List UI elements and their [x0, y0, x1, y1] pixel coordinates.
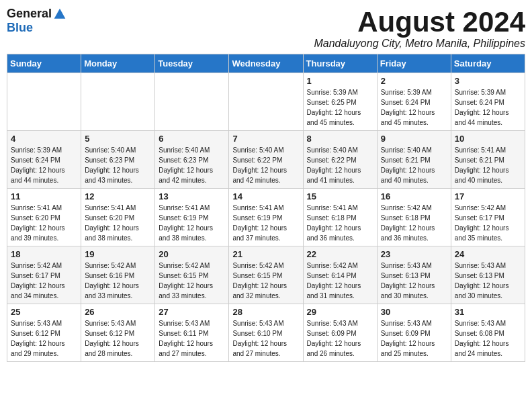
day-info: Sunrise: 5:39 AMSunset: 6:24 PMDaylight:…: [381, 87, 447, 128]
day-cell: 20Sunrise: 5:42 AMSunset: 6:15 PMDayligh…: [155, 246, 229, 304]
day-cell: 8Sunrise: 5:40 AMSunset: 6:22 PMDaylight…: [303, 131, 377, 189]
logo-icon: [53, 7, 66, 21]
svg-marker-0: [54, 8, 66, 18]
day-number: 14: [232, 191, 299, 201]
day-number: 16: [381, 191, 447, 201]
day-number: 21: [232, 249, 299, 259]
day-cell: 28Sunrise: 5:43 AMSunset: 6:10 PMDayligh…: [229, 304, 303, 362]
day-number: 8: [307, 134, 373, 144]
day-number: 18: [11, 249, 77, 259]
day-number: 17: [455, 191, 521, 201]
day-header-thursday: Thursday: [303, 54, 377, 73]
day-cell: 18Sunrise: 5:42 AMSunset: 6:17 PMDayligh…: [7, 246, 81, 304]
day-cell: 23Sunrise: 5:43 AMSunset: 6:13 PMDayligh…: [377, 246, 451, 304]
day-info: Sunrise: 5:41 AMSunset: 6:20 PMDaylight:…: [85, 203, 151, 243]
week-row-3: 18Sunrise: 5:42 AMSunset: 6:17 PMDayligh…: [7, 246, 525, 304]
day-info: Sunrise: 5:43 AMSunset: 6:09 PMDaylight:…: [307, 318, 373, 359]
day-info: Sunrise: 5:42 AMSunset: 6:17 PMDaylight:…: [11, 261, 77, 301]
day-cell: 12Sunrise: 5:41 AMSunset: 6:20 PMDayligh…: [81, 189, 155, 246]
day-cell: 3Sunrise: 5:39 AMSunset: 6:24 PMDaylight…: [451, 73, 525, 131]
day-cell: 22Sunrise: 5:42 AMSunset: 6:14 PMDayligh…: [303, 246, 377, 304]
day-cell: 14Sunrise: 5:41 AMSunset: 6:19 PMDayligh…: [229, 189, 303, 246]
day-info: Sunrise: 5:39 AMSunset: 6:24 PMDaylight:…: [11, 145, 77, 185]
day-number: 23: [381, 249, 447, 259]
day-header-friday: Friday: [377, 54, 451, 73]
day-cell: 29Sunrise: 5:43 AMSunset: 6:09 PMDayligh…: [303, 304, 377, 362]
day-info: Sunrise: 5:42 AMSunset: 6:16 PMDaylight:…: [85, 261, 151, 301]
day-number: 1: [307, 76, 373, 86]
day-cell: 24Sunrise: 5:43 AMSunset: 6:13 PMDayligh…: [451, 246, 525, 304]
logo-blue: Blue: [7, 21, 33, 35]
day-info: Sunrise: 5:40 AMSunset: 6:23 PMDaylight:…: [159, 145, 225, 185]
day-info: Sunrise: 5:41 AMSunset: 6:18 PMDaylight:…: [307, 203, 373, 243]
day-info: Sunrise: 5:43 AMSunset: 6:08 PMDaylight:…: [455, 318, 521, 359]
day-info: Sunrise: 5:42 AMSunset: 6:15 PMDaylight:…: [232, 261, 299, 301]
day-number: 19: [85, 249, 151, 259]
day-number: 9: [381, 134, 447, 144]
day-number: 27: [159, 307, 225, 317]
day-cell: 31Sunrise: 5:43 AMSunset: 6:08 PMDayligh…: [451, 304, 525, 362]
day-cell: 25Sunrise: 5:43 AMSunset: 6:12 PMDayligh…: [7, 304, 81, 362]
day-number: 6: [159, 134, 225, 144]
day-number: 25: [11, 307, 77, 317]
day-cell: 7Sunrise: 5:40 AMSunset: 6:22 PMDaylight…: [229, 131, 303, 189]
day-info: Sunrise: 5:43 AMSunset: 6:13 PMDaylight:…: [381, 261, 447, 301]
day-cell: 27Sunrise: 5:43 AMSunset: 6:11 PMDayligh…: [155, 304, 229, 362]
day-info: Sunrise: 5:43 AMSunset: 6:11 PMDaylight:…: [159, 318, 225, 359]
header: General Blue August 2024 Mandaluyong Cit…: [7, 7, 525, 50]
day-number: 20: [159, 249, 225, 259]
day-cell: [229, 73, 303, 131]
title-section: August 2024 Mandaluyong City, Metro Mani…: [314, 7, 525, 50]
day-info: Sunrise: 5:43 AMSunset: 6:10 PMDaylight:…: [232, 318, 299, 359]
day-cell: [7, 73, 81, 131]
day-cell: 13Sunrise: 5:41 AMSunset: 6:19 PMDayligh…: [155, 189, 229, 246]
day-info: Sunrise: 5:39 AMSunset: 6:25 PMDaylight:…: [307, 87, 373, 128]
day-info: Sunrise: 5:42 AMSunset: 6:18 PMDaylight:…: [381, 203, 447, 243]
day-info: Sunrise: 5:41 AMSunset: 6:19 PMDaylight:…: [232, 203, 299, 243]
day-cell: 6Sunrise: 5:40 AMSunset: 6:23 PMDaylight…: [155, 131, 229, 189]
day-number: 12: [85, 191, 151, 201]
day-info: Sunrise: 5:41 AMSunset: 6:21 PMDaylight:…: [455, 145, 521, 185]
day-number: 13: [159, 191, 225, 201]
day-cell: 2Sunrise: 5:39 AMSunset: 6:24 PMDaylight…: [377, 73, 451, 131]
day-number: 22: [307, 249, 373, 259]
day-header-monday: Monday: [81, 54, 155, 73]
day-header-wednesday: Wednesday: [229, 54, 303, 73]
week-row-4: 25Sunrise: 5:43 AMSunset: 6:12 PMDayligh…: [7, 304, 525, 362]
day-number: 2: [381, 76, 447, 86]
week-row-0: 1Sunrise: 5:39 AMSunset: 6:25 PMDaylight…: [7, 73, 525, 131]
day-info: Sunrise: 5:41 AMSunset: 6:20 PMDaylight:…: [11, 203, 77, 243]
day-number: 10: [455, 134, 521, 144]
day-number: 7: [232, 134, 299, 144]
day-cell: 19Sunrise: 5:42 AMSunset: 6:16 PMDayligh…: [81, 246, 155, 304]
day-header-tuesday: Tuesday: [155, 54, 229, 73]
day-info: Sunrise: 5:40 AMSunset: 6:22 PMDaylight:…: [307, 145, 373, 185]
day-cell: 16Sunrise: 5:42 AMSunset: 6:18 PMDayligh…: [377, 189, 451, 246]
day-cell: 5Sunrise: 5:40 AMSunset: 6:23 PMDaylight…: [81, 131, 155, 189]
day-info: Sunrise: 5:41 AMSunset: 6:19 PMDaylight:…: [159, 203, 225, 243]
day-cell: 30Sunrise: 5:43 AMSunset: 6:09 PMDayligh…: [377, 304, 451, 362]
day-info: Sunrise: 5:39 AMSunset: 6:24 PMDaylight:…: [455, 87, 521, 128]
day-cell: 11Sunrise: 5:41 AMSunset: 6:20 PMDayligh…: [7, 189, 81, 246]
day-cell: 26Sunrise: 5:43 AMSunset: 6:12 PMDayligh…: [81, 304, 155, 362]
day-cell: 15Sunrise: 5:41 AMSunset: 6:18 PMDayligh…: [303, 189, 377, 246]
day-info: Sunrise: 5:43 AMSunset: 6:12 PMDaylight:…: [11, 318, 77, 359]
day-number: 31: [455, 307, 521, 317]
day-cell: 21Sunrise: 5:42 AMSunset: 6:15 PMDayligh…: [229, 246, 303, 304]
day-info: Sunrise: 5:42 AMSunset: 6:15 PMDaylight:…: [159, 261, 225, 301]
day-number: 3: [455, 76, 521, 86]
day-cell: 4Sunrise: 5:39 AMSunset: 6:24 PMDaylight…: [7, 131, 81, 189]
day-cell: 10Sunrise: 5:41 AMSunset: 6:21 PMDayligh…: [451, 131, 525, 189]
day-info: Sunrise: 5:40 AMSunset: 6:21 PMDaylight:…: [381, 145, 447, 185]
calendar-table: SundayMondayTuesdayWednesdayThursdayFrid…: [7, 54, 525, 362]
week-row-2: 11Sunrise: 5:41 AMSunset: 6:20 PMDayligh…: [7, 189, 525, 246]
day-cell: [155, 73, 229, 131]
day-number: 15: [307, 191, 373, 201]
day-cell: 17Sunrise: 5:42 AMSunset: 6:17 PMDayligh…: [451, 189, 525, 246]
day-info: Sunrise: 5:43 AMSunset: 6:09 PMDaylight:…: [381, 318, 447, 359]
day-info: Sunrise: 5:40 AMSunset: 6:22 PMDaylight:…: [232, 145, 299, 185]
day-number: 11: [11, 191, 77, 201]
day-number: 28: [232, 307, 299, 317]
day-number: 29: [307, 307, 373, 317]
day-header-saturday: Saturday: [451, 54, 525, 73]
